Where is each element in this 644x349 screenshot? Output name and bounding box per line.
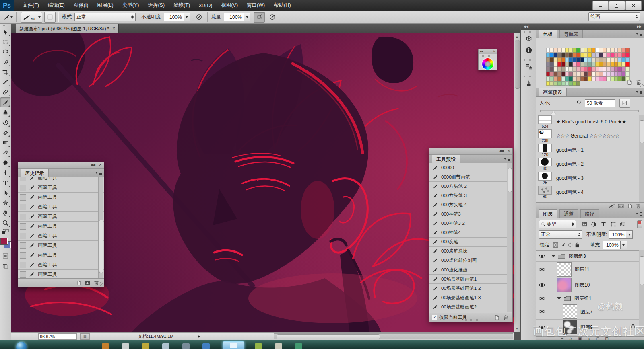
layer-visibility-eye-icon[interactable] <box>536 277 548 293</box>
snapshot-camera-icon[interactable] <box>83 280 92 286</box>
color-swatch[interactable] <box>614 76 618 81</box>
color-swatch[interactable] <box>576 76 580 81</box>
color-swatch[interactable] <box>569 62 572 67</box>
active-taskbar-button[interactable] <box>223 341 244 349</box>
slider-thumb[interactable] <box>551 111 556 115</box>
color-swatch[interactable] <box>599 67 603 72</box>
panel-menu-icon[interactable] <box>636 32 642 36</box>
color-swatch[interactable] <box>561 67 565 72</box>
hand-tool[interactable] <box>0 208 10 218</box>
resize-grip[interactable] <box>99 282 103 286</box>
path-select-tool[interactable] <box>0 188 10 198</box>
tool-preset-row[interactable]: 000方头笔-2 <box>429 182 512 191</box>
history-source-well[interactable] <box>20 223 26 230</box>
airbrush-toggle[interactable] <box>254 12 265 23</box>
color-swatch[interactable] <box>573 67 576 72</box>
layer-fill-combo[interactable]: 100% <box>603 241 627 249</box>
color-swatch[interactable] <box>584 62 588 67</box>
panel-grip[interactable] <box>2 25 9 26</box>
close-panel-icon[interactable]: ✕ <box>507 149 510 153</box>
custom-shape-tool[interactable] <box>0 198 10 208</box>
color-swatch[interactable] <box>576 57 580 62</box>
color-swatch[interactable] <box>599 53 603 57</box>
status-options-button[interactable]: ▦ <box>80 333 90 340</box>
blend-mode-select[interactable]: 正常 <box>74 13 136 21</box>
color-swatch[interactable] <box>554 72 557 76</box>
layer-thumbnail[interactable] <box>557 262 572 277</box>
color-swatch[interactable] <box>588 48 591 53</box>
color-swatch[interactable] <box>573 48 576 53</box>
scroll-up-arrow[interactable]: ▲ <box>514 34 520 39</box>
color-swatch[interactable] <box>546 53 550 57</box>
color-swatch[interactable] <box>625 67 629 72</box>
taskbar-icon[interactable] <box>122 343 129 349</box>
color-swatch[interactable] <box>554 53 557 57</box>
history-state-row[interactable]: 画笔工具 <box>18 212 104 222</box>
color-swatch[interactable] <box>561 81 565 86</box>
color-swatch[interactable] <box>557 48 561 53</box>
color-swatch[interactable] <box>550 57 553 62</box>
brush-presets-tab[interactable]: 画笔预设 <box>539 88 567 96</box>
brush-size-input[interactable]: 50 像素 <box>585 99 615 107</box>
marquee-tool[interactable] <box>0 37 10 47</box>
color-swatch[interactable] <box>588 62 591 67</box>
history-scroll-thumb[interactable] <box>99 220 103 273</box>
history-state-row[interactable]: 画笔工具 <box>18 177 104 183</box>
layer-visibility-eye-icon[interactable] <box>536 304 548 319</box>
tool-preset-row[interactable]: 000神笔3-2 <box>429 219 512 228</box>
color-swatch[interactable] <box>599 48 603 53</box>
brush-stroke-preview-icon[interactable] <box>607 203 616 209</box>
eyedropper-tool[interactable] <box>0 77 10 87</box>
color-swatch[interactable] <box>622 62 625 67</box>
menu-item[interactable]: 滤镜(T) <box>169 0 194 11</box>
color-swatch[interactable] <box>611 48 614 53</box>
color-swatch[interactable] <box>614 62 618 67</box>
color-swatch[interactable] <box>580 67 584 72</box>
history-source-well[interactable] <box>20 204 26 210</box>
color-swatch[interactable] <box>599 57 603 62</box>
color-swatch[interactable] <box>592 67 595 72</box>
menu-item[interactable]: 视图(V) <box>217 0 242 11</box>
tab-close-icon[interactable]: × <box>112 26 115 31</box>
color-swatch[interactable] <box>573 76 576 81</box>
brush-tool[interactable] <box>0 97 10 107</box>
brush-preset-picker[interactable]: 50 <box>21 12 42 23</box>
resize-grip[interactable] <box>464 319 478 321</box>
color-swatch[interactable] <box>588 67 591 72</box>
taskbar-icon[interactable] <box>182 343 190 349</box>
lock-all-icon[interactable] <box>574 242 580 248</box>
expand-dock-icon[interactable]: ◀◀ <box>523 25 528 29</box>
color-swatch[interactable] <box>557 81 561 86</box>
color-swatch[interactable] <box>580 62 584 67</box>
color-swatch[interactable] <box>611 53 614 57</box>
eraser-tool[interactable] <box>0 127 10 138</box>
info-panel-icon[interactable] <box>523 45 535 55</box>
tool-presets-header[interactable]: ◀◀ ✕ <box>429 148 512 155</box>
color-swatch[interactable] <box>603 57 607 62</box>
color-swatch[interactable] <box>576 67 580 72</box>
color-swatch[interactable] <box>546 76 550 81</box>
new-brush-icon[interactable] <box>625 203 634 209</box>
lock-position-icon[interactable] <box>567 242 573 248</box>
group-expand-triangle[interactable] <box>551 255 555 257</box>
color-swatch[interactable] <box>550 76 553 81</box>
color-swatch[interactable] <box>580 72 584 76</box>
gradient-tool[interactable] <box>0 138 10 148</box>
color-swatch[interactable] <box>569 81 572 86</box>
filter-adjustment-layers-icon[interactable] <box>589 221 599 228</box>
color-swatch[interactable] <box>569 67 572 72</box>
layer-row[interactable]: 图层11 <box>536 262 639 277</box>
color-swatch[interactable] <box>603 53 607 57</box>
brush-scroll-thumb[interactable] <box>640 120 644 143</box>
color-swatch[interactable] <box>588 57 591 62</box>
menu-item[interactable]: 图像(I) <box>69 0 93 11</box>
filter-shape-layers-icon[interactable] <box>608 221 618 228</box>
opacity-combo[interactable]: 100% <box>164 13 190 21</box>
color-swatch[interactable] <box>550 62 553 67</box>
color-swatch[interactable] <box>550 48 553 53</box>
swap-colors-icon[interactable] <box>2 229 10 236</box>
color-swatch[interactable] <box>607 72 610 76</box>
brush-preset-row[interactable]: 120good画笔 - 1 <box>536 143 639 157</box>
delete-preset-trash-icon[interactable] <box>501 314 510 321</box>
magic-wand-tool[interactable] <box>0 57 10 67</box>
